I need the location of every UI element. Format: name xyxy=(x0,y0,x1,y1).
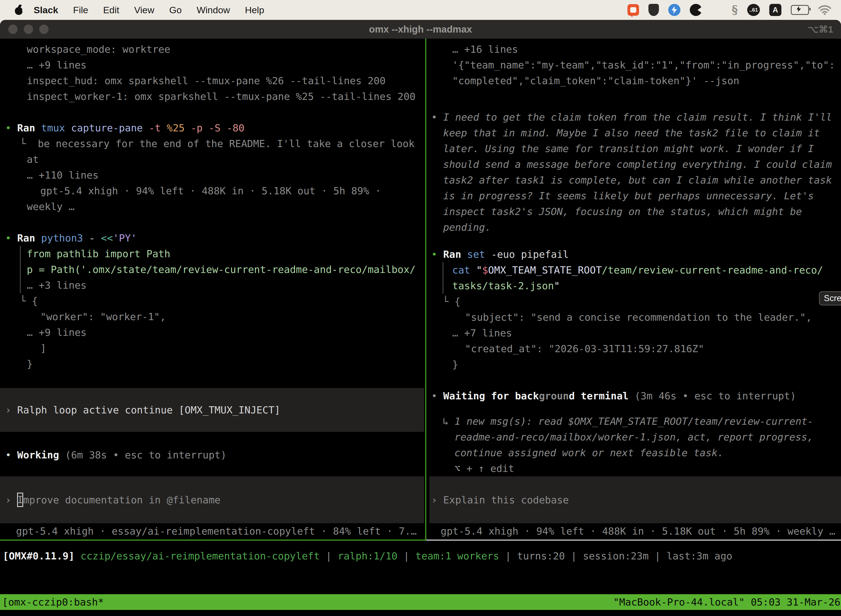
terminal-line: └ be necessary for the end of the README… xyxy=(0,136,424,151)
terminal-line: continue assigned work or next feasible … xyxy=(429,445,841,461)
text-segment: << xyxy=(101,232,113,244)
wifi-icon[interactable] xyxy=(818,5,831,15)
menu-item-view[interactable]: View xyxy=(127,5,162,15)
prompt-input[interactable]: › Improve documentation in @filename xyxy=(0,476,424,523)
text-segment: … +7 lines xyxy=(452,327,512,339)
tooltip-label: Scre xyxy=(824,293,841,303)
terminal-line xyxy=(0,372,424,388)
window-titlebar[interactable]: omx --xhigh --madmax ⌥⌘1 xyxy=(0,20,841,39)
text-segment: tmux xyxy=(41,122,71,133)
squiggle-icon[interactable]: § xyxy=(732,4,738,16)
terminal-line: } xyxy=(429,356,841,372)
text-segment: cat xyxy=(452,264,476,276)
prompt-input[interactable]: › Explain this codebase xyxy=(429,476,841,523)
text-segment: workspace_mode: worktree xyxy=(27,44,170,55)
terminal-line: inspect_worker-1: omx sparkshell --tmux-… xyxy=(0,89,424,104)
shield-grid-icon[interactable] xyxy=(648,4,659,16)
menu-item-go[interactable]: Go xyxy=(162,5,189,15)
terminal-line: … +16 lines xyxy=(429,41,841,57)
terminal-pane-right[interactable]: … +16 lines'{"team_name":"my-team","task… xyxy=(429,39,841,540)
text-segment: Waiting for back xyxy=(443,390,539,402)
terminal-line: should send a message before completing … xyxy=(429,157,841,172)
text-segment: ] xyxy=(40,343,46,354)
terminal-line: later. Using the same for transition mig… xyxy=(429,141,841,157)
text-segment: turns:20 xyxy=(517,550,565,562)
text-segment: ralph:1/10 xyxy=(338,550,398,562)
terminal-line: ] xyxy=(0,340,424,356)
tmux-host-clock: "MacBook-Pro-44.local" 05:03 31-Mar-26 xyxy=(613,594,841,610)
counter-badge-icon[interactable]: ..61 xyxy=(747,4,760,16)
text-segment: " xyxy=(476,264,482,276)
omx-status-segments: [OMX#0.11.9] cczip/essay/ai-reimplementa… xyxy=(3,548,732,564)
pane-border-right xyxy=(426,540,841,541)
terminal-line: task2 after task1 is complete, but can I… xyxy=(429,172,841,188)
terminal-line: is in progress? It seems likely but perh… xyxy=(429,188,841,204)
text-segment: - xyxy=(89,232,101,244)
bolt-badge-icon[interactable] xyxy=(668,4,680,16)
menu-item-file[interactable]: File xyxy=(66,5,96,15)
text-segment: Explain this codebase xyxy=(443,494,568,506)
output-connector-line xyxy=(442,262,443,278)
terminal-line: tasks/task-2.json" xyxy=(429,278,841,294)
text-segment: team:1 workers xyxy=(416,550,499,562)
circle-chevron-icon[interactable] xyxy=(690,4,702,16)
text-segment: • xyxy=(431,111,443,123)
pane-status-line: gpt-5.4 xhigh · essay/ai-reimplementatio… xyxy=(0,523,424,539)
text-segment: readme-and-reco/mailbox/worker-1.json, a… xyxy=(454,431,813,443)
text-segment: groun xyxy=(539,390,568,402)
text-segment: └ { xyxy=(20,295,38,307)
text-segment: -80 xyxy=(227,122,245,133)
terminal-pane-left[interactable]: workspace_mode: worktree… +9 linesinspec… xyxy=(0,39,424,540)
terminal-line xyxy=(429,404,841,414)
text-segment: └ xyxy=(20,138,38,149)
omx-status-line: [OMX#0.11.9] cczip/essay/ai-reimplementa… xyxy=(0,548,841,564)
text-segment: | xyxy=(649,550,667,562)
dots-grid-icon[interactable] xyxy=(711,4,722,15)
battery-icon[interactable] xyxy=(791,5,809,15)
menu-item-slack[interactable]: Slack xyxy=(24,5,66,15)
menu-item-help[interactable]: Help xyxy=(237,5,272,15)
text-segment: session:23m xyxy=(583,550,648,562)
terminal-line: keep that in mind. Maybe I also need the… xyxy=(429,125,841,141)
window-title: omx --xhigh --madmax xyxy=(0,20,841,39)
terminal-line: at xyxy=(0,151,424,167)
output-connector-line xyxy=(20,246,21,262)
text-segment: keep that in mind. Maybe I also need the… xyxy=(443,127,820,139)
text-segment: › xyxy=(5,404,17,416)
terminal-line: cat "$OMX_TEAM_STATE_ROOT/team/review-cu… xyxy=(429,262,841,278)
text-segment: Ran xyxy=(17,122,41,133)
terminal-line: readme-and-reco/mailbox/worker-1.json, a… xyxy=(429,429,841,445)
text-segment: | xyxy=(398,550,416,562)
text-segment: 'PY' xyxy=(113,232,137,244)
terminal-line: inspect_hud: omx sparkshell --tmux-pane … xyxy=(0,73,424,89)
pane-divider[interactable] xyxy=(425,39,426,540)
edit-hint: ⌥ + ↑ edit xyxy=(429,461,841,476)
menu-item-edit[interactable]: Edit xyxy=(96,5,127,15)
terminal-line xyxy=(0,463,424,476)
text-segment: Ran xyxy=(17,232,41,244)
apple-menu-icon[interactable] xyxy=(14,4,24,15)
terminal-line: "subject": "send a concise recommendatio… xyxy=(429,309,841,325)
input-source-icon[interactable]: A xyxy=(769,4,781,16)
text-segment: set xyxy=(467,249,491,260)
text-segment: … +9 lines xyxy=(27,59,86,70)
text-segment: '{"team_name":"my-team","task_id":"1","f… xyxy=(452,59,835,70)
text-segment: • xyxy=(5,449,17,461)
terminal-line xyxy=(0,104,424,120)
text-segment: Ralph loop active continue [OMX_TMUX_INJ… xyxy=(17,404,280,416)
text-segment: › xyxy=(5,494,17,506)
text-segment: Ran xyxy=(443,249,467,260)
text-segment: continue assigned work or next feasible … xyxy=(454,447,724,458)
chat-app-icon[interactable] xyxy=(627,4,639,16)
text-segment: I xyxy=(17,493,23,507)
terminal-line: pending. xyxy=(429,219,841,235)
text-segment: ↳ xyxy=(442,416,454,427)
text-segment: %25 xyxy=(167,122,190,133)
tmux-status-bar: [omx-cczip0:bash* "MacBook-Pro-44.local"… xyxy=(0,594,841,610)
text-segment: -p xyxy=(190,122,209,133)
terminal-line: workspace_mode: worktree xyxy=(0,41,424,57)
text-segment: cczip/essay/ai-reimplementation-copyleft xyxy=(81,550,320,562)
text-segment: /team/review-current-readme-and-reco/ xyxy=(602,264,823,276)
menu-item-window[interactable]: Window xyxy=(189,5,237,15)
screen-tooltip: Scre xyxy=(819,291,841,305)
